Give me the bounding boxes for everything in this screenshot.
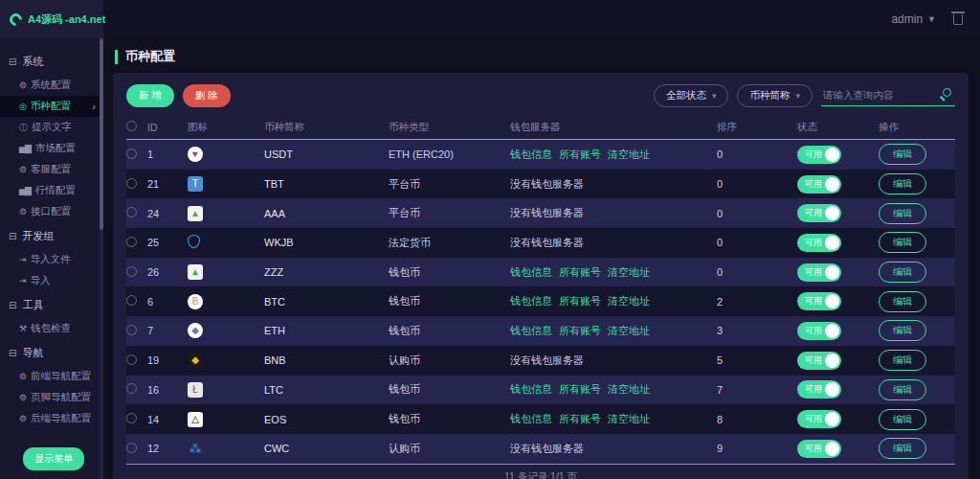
sidebar-group-label: 导航 [22, 346, 43, 360]
coin-ltc-icon: Ł [188, 382, 203, 398]
status-toggle[interactable]: 可用 [797, 204, 841, 222]
coin-type-cell: 法定货币 [389, 236, 510, 250]
edit-button[interactable]: 编辑 [879, 350, 926, 371]
toolbar: 新 增 删 除 全部状态 ▾ 币种简称 ▾ [126, 84, 955, 107]
sidebar-item-客服配置[interactable]: ⚙客服配置 [0, 159, 103, 180]
sidebar-item-前端导航配置[interactable]: ⚙前端导航配置 [0, 366, 103, 387]
status-toggle[interactable]: 可用 [797, 380, 841, 399]
wallet-link[interactable]: 清空地址 [608, 294, 650, 308]
select-all-radio[interactable] [126, 121, 137, 131]
sidebar-item-系统配置[interactable]: ⚙系统配置 [0, 75, 103, 96]
wallet-link[interactable]: 所有账号 [559, 148, 601, 162]
wallet-link[interactable]: 钱包信息 [510, 382, 552, 397]
wallet-link[interactable]: 钱包信息 [510, 294, 552, 308]
sidebar-item-行情配置[interactable]: ▅▇行情配置 [0, 180, 103, 201]
sidebar: ⊟系统⚙系统配置◎币种配置›ⓘ提示文字▅▇市场配置⚙客服配置▅▇行情配置⚙接口配… [0, 38, 103, 479]
wallet-link[interactable]: 钱包信息 [510, 324, 552, 338]
row-select-radio[interactable] [126, 325, 137, 335]
sidebar-item-接口配置[interactable]: ⚙接口配置 [0, 201, 103, 222]
sidebar-item-市场配置[interactable]: ▅▇市场配置 [0, 138, 103, 159]
wallet-link[interactable]: 钱包信息 [510, 412, 552, 426]
edit-button[interactable]: 编辑 [879, 438, 926, 459]
edit-button[interactable]: 编辑 [879, 232, 926, 253]
row-select-radio[interactable] [126, 237, 137, 247]
status-toggle[interactable]: 可用 [797, 352, 841, 370]
wallet-link[interactable]: 所有账号 [559, 412, 601, 426]
sidebar-item-页脚导航配置[interactable]: ⚙页脚导航配置 [0, 387, 103, 408]
search-icon[interactable] [943, 88, 951, 97]
edit-button[interactable]: 编辑 [879, 203, 926, 224]
wallet-link[interactable]: 所有账号 [559, 382, 601, 397]
wallet-link[interactable]: 清空地址 [608, 412, 650, 426]
edit-button[interactable]: 编辑 [879, 291, 926, 312]
add-button[interactable]: 新 增 [126, 84, 174, 107]
status-toggle[interactable]: 可用 [797, 292, 841, 310]
field-filter-dropdown[interactable]: 币种简称 ▾ [737, 84, 813, 107]
sidebar-group-开发组[interactable]: ⊟开发组 [0, 222, 103, 249]
sidebar-item-提示文字[interactable]: ⓘ提示文字 [0, 117, 103, 138]
row-select-radio[interactable] [126, 413, 137, 423]
sidebar-group-系统[interactable]: ⊟系统 [0, 48, 103, 75]
edit-button[interactable]: 编辑 [879, 379, 926, 400]
show-menu-button[interactable]: 显示菜单 [23, 447, 84, 470]
toggle-knob [825, 177, 839, 192]
status-toggle[interactable]: 可用 [797, 175, 841, 194]
coin-type-cell: 钱包币 [389, 324, 510, 338]
wallet-link[interactable]: 清空地址 [608, 148, 650, 162]
wallet-link[interactable]: 清空地址 [608, 324, 650, 338]
row-select-radio[interactable] [126, 354, 137, 365]
action-cell: 编辑 [879, 438, 949, 459]
sidebar-item-导入文件[interactable]: ⇥导入文件 [0, 249, 103, 270]
coin-icon-cell: ⁂ [188, 441, 264, 456]
status-toggle[interactable]: 可用 [797, 410, 841, 428]
status-toggle[interactable]: 可用 [797, 234, 841, 252]
row-select-radio[interactable] [126, 266, 137, 277]
status-label: 可用 [805, 325, 822, 337]
coin-name-cell: ZZZ [264, 266, 389, 278]
edit-button[interactable]: 编辑 [879, 173, 926, 194]
sidebar-scrollbar[interactable] [100, 38, 103, 479]
search-input[interactable] [821, 85, 955, 106]
row-select-radio[interactable] [126, 295, 137, 306]
coin-icon-cell: ♥ [188, 147, 264, 162]
coin-icon-cell: ▲ [188, 206, 264, 221]
row-select-radio[interactable] [126, 207, 137, 217]
toggle-knob [825, 294, 839, 308]
wallet-link[interactable]: 清空地址 [608, 382, 650, 397]
wallet-link[interactable]: 钱包信息 [510, 265, 552, 280]
row-select-radio[interactable] [126, 178, 137, 189]
wallet-link[interactable]: 清空地址 [608, 265, 650, 280]
row-select-radio[interactable] [126, 148, 137, 159]
sidebar-item-钱包检查[interactable]: ⚒钱包检查 [0, 318, 103, 339]
status-filter-dropdown[interactable]: 全部状态 ▾ [654, 84, 729, 107]
sidebar-item-label: 页脚导航配置 [31, 391, 91, 404]
row-select-radio[interactable] [126, 383, 137, 394]
sidebar-item-币种配置[interactable]: ◎币种配置› [0, 96, 103, 117]
status-label: 可用 [805, 266, 822, 279]
sidebar-item-后端导航配置[interactable]: ⚙后端导航配置 [0, 408, 103, 429]
sidebar-item-导入[interactable]: ⇥导入 [0, 270, 103, 291]
gear-icon: ⚙ [19, 414, 26, 423]
edit-button[interactable]: 编辑 [879, 320, 926, 341]
sidebar-group-label: 系统 [22, 55, 43, 69]
status-toggle[interactable]: 可用 [797, 146, 841, 164]
edit-button[interactable]: 编辑 [879, 262, 926, 283]
status-toggle[interactable]: 可用 [797, 322, 841, 340]
sidebar-group-导航[interactable]: ⊟导航 [0, 339, 103, 366]
wallet-link[interactable]: 所有账号 [559, 294, 601, 308]
wallet-link[interactable]: 钱包信息 [510, 148, 552, 162]
status-toggle[interactable]: 可用 [797, 263, 841, 282]
wallet-link[interactable]: 所有账号 [559, 265, 601, 280]
delete-button[interactable]: 删 除 [183, 84, 231, 107]
wallet-link[interactable]: 所有账号 [559, 324, 601, 338]
row-select-radio[interactable] [126, 443, 137, 453]
sidebar-scrollbar-thumb[interactable] [100, 38, 103, 230]
sidebar-group-工具[interactable]: ⊟工具 [0, 291, 103, 318]
sort-cell: 8 [717, 414, 797, 425]
status-toggle[interactable]: 可用 [797, 440, 841, 458]
edit-button[interactable]: 编辑 [879, 409, 926, 430]
user-menu[interactable]: admin ▼ [891, 12, 936, 26]
table-row: 24▲AAA平台币没有钱包服务器0可用编辑 [126, 198, 955, 228]
edit-button[interactable]: 编辑 [879, 144, 926, 165]
trash-icon[interactable] [953, 14, 963, 25]
